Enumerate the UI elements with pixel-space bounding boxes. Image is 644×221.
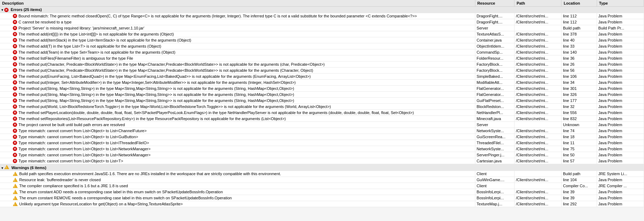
description-text: Type mismatch: cannot convert from List<… [19, 147, 151, 151]
cell-description: ✕C cannot be resolved to a type [0, 19, 475, 25]
table-row[interactable]: ✕The method put(String, Map<String,Strin… [0, 86, 644, 92]
table-row[interactable]: Unlikely argument type ResourceLocation … [0, 201, 644, 207]
cell-description: The enum constant REMOVE needs a corresp… [0, 195, 475, 201]
table-header-row: Description Resource Path Location Type [0, 0, 644, 7]
description-text: The method put(Integer, Set<AttributeMod… [19, 80, 296, 85]
table-row[interactable]: ✕The method put(String, Map<String,Strin… [0, 92, 644, 98]
table-row[interactable]: ✕Type mismatch: cannot convert from List… [0, 146, 644, 152]
table-row[interactable]: The enum constant ADD needs a correspond… [0, 189, 644, 195]
description-text: The method put(String, Map<String,String… [19, 92, 294, 97]
cell-path: /Client/src/net/mi... [514, 19, 561, 25]
group-label-warnings[interactable]: ▾ Warnings (6 items) [0, 164, 644, 171]
error-icon: ✕ [13, 159, 17, 163]
cell-description: ✕Type mismatch: cannot convert from List… [0, 146, 475, 152]
cell-path: /Client/src/net/mi... [514, 86, 561, 92]
table-row[interactable]: ✕The method put(String, Map<String,Strin… [0, 98, 644, 104]
table-row[interactable]: ✕The method put(Character, Predicate<Blo… [0, 61, 644, 68]
error-icon: ✕ [13, 38, 17, 42]
cell-path: /Client/src/net/mi... [514, 195, 561, 201]
table-row[interactable]: The enum constant REMOVE needs a corresp… [0, 195, 644, 201]
table-row[interactable]: ✕Type mismatch: cannot convert from List… [0, 140, 644, 146]
cell-description: ✕The method put(EnumFacing, List<BakedQu… [0, 74, 475, 80]
group-row-errors[interactable]: ▾✕ Errors (25 items) [0, 7, 644, 13]
table-row[interactable]: ✕The method add(T) in the type List<T> i… [0, 43, 644, 49]
table-row[interactable]: ✕The project cannot be built until build… [0, 122, 644, 128]
error-icon: ✕ [13, 14, 17, 18]
cell-location: line 50 [561, 152, 597, 158]
cell-location: line 39 [561, 195, 597, 201]
cell-description: ✕The method put(String, Map<String,Strin… [0, 86, 475, 92]
table-body: ▾✕ Errors (25 items)✕Bound mismatch: The… [0, 7, 644, 207]
description-text: The method setRepositories(List<Resource… [19, 117, 286, 121]
cell-description: Build path specifies execution environme… [0, 171, 475, 177]
description-text: The compiler compliance specified is 1.6… [19, 184, 128, 188]
table-row[interactable]: ✕Type mismatch: cannot convert from List… [0, 134, 644, 140]
cell-resource: FlatGenerator... [475, 86, 514, 92]
table-row[interactable]: ✕The method add(int[]{}) in the type Lis… [0, 31, 644, 37]
description-text: The method put(World, List<BlockRedstone… [19, 104, 331, 109]
col-header-location[interactable]: Location [561, 0, 597, 7]
cell-path [514, 183, 561, 189]
cell-location: line 11 [561, 140, 597, 146]
cell-type: JRE Compiler ... [597, 183, 644, 189]
cell-description: ✕The method put(String, Map<String,Strin… [0, 98, 475, 104]
table-row[interactable]: ✕Type mismatch: cannot convert from List… [0, 128, 644, 134]
cell-location: line 74 [561, 128, 597, 134]
col-header-type[interactable]: Type [597, 0, 644, 7]
table-row[interactable]: ✕Project 'Server' is missing required li… [0, 25, 644, 31]
cell-type: Java Problem [597, 146, 644, 152]
cell-type: Java Problem [597, 19, 644, 25]
error-icon: ✕ [13, 62, 17, 66]
cell-description: ✕The method setPlayerLocation(double, do… [0, 110, 475, 116]
warning-group-icon [4, 165, 9, 169]
table-row[interactable]: ✕The method put(EnumFacing, List<BakedQu… [0, 74, 644, 80]
col-header-resource[interactable]: Resource [475, 0, 514, 7]
cell-path: /Client/src/net/mi... [514, 80, 561, 86]
cell-path: /Client/src/net/mi... [514, 110, 561, 116]
group-row-warnings[interactable]: ▾ Warnings (6 items) [0, 164, 644, 171]
col-header-description[interactable]: Description [0, 0, 475, 7]
table-row[interactable]: ✕The method setPlayerLocation(double, do… [0, 110, 644, 116]
cell-description: ✕The method put(Integer, Set<AttributeMo… [0, 80, 475, 86]
cell-description: ✕The method setRepositories(List<Resourc… [0, 116, 475, 122]
cell-location: line 177 [561, 98, 597, 104]
cell-path: /Client/src/net/mi... [514, 134, 561, 140]
group-label-errors[interactable]: ▾✕ Errors (25 items) [0, 7, 644, 13]
cell-type: Java Problem [597, 110, 644, 116]
cell-location: Build path [561, 25, 597, 31]
table-row[interactable]: ✕The method listFiles(FilenameFilter) is… [0, 55, 644, 61]
cell-resource: FactoryBlock... [475, 61, 514, 68]
warning-icon [13, 184, 18, 188]
cell-description: ✕The method add(T) in the type List<T> i… [0, 43, 475, 49]
cell-type: Java Problem [597, 98, 644, 104]
cell-type: Java Problem [597, 189, 644, 195]
description-text: Type mismatch: cannot convert from List<… [19, 159, 123, 163]
table-row[interactable]: Resource leak: 'bufferedreader' is never… [0, 177, 644, 183]
table-row[interactable]: ✕Type mismatch: cannot convert from List… [0, 152, 644, 158]
cell-location: line 112 [561, 13, 597, 19]
table-row[interactable]: ✕Type mismatch: cannot convert from List… [0, 158, 644, 164]
description-text: The method add(T) in the type List<T> is… [19, 44, 161, 48]
table-row[interactable]: The compiler compliance specified is 1.6… [0, 183, 644, 189]
group-toggle-warnings[interactable]: ▾ [1, 166, 3, 170]
description-text: Type mismatch: cannot convert from List<… [19, 141, 149, 145]
cell-path: /Client/src/net/mi... [514, 61, 561, 68]
group-toggle-errors[interactable]: ▾ [1, 8, 3, 12]
description-text: C cannot be resolved to a type [19, 20, 72, 24]
table-row[interactable]: ✕The method put(World, List<BlockRedston… [0, 104, 644, 110]
table-row[interactable]: ✕C cannot be resolved to a typeDragonFig… [0, 19, 644, 25]
cell-location: line 556 [561, 110, 597, 116]
table-row[interactable]: Build path specifies execution environme… [0, 171, 644, 177]
table-row[interactable]: ✕The method add(Team) in the type Set<Te… [0, 49, 644, 55]
cell-resource: GuiFlatPreset... [475, 98, 514, 104]
table-row[interactable]: ✕The method put(Integer, Set<AttributeMo… [0, 80, 644, 86]
error-icon: ✕ [13, 44, 17, 48]
cell-type: Java Problem [597, 122, 644, 128]
table-row[interactable]: ✕The method setRepositories(List<Resourc… [0, 116, 644, 122]
table-row[interactable]: ✕Bound mismatch: The generic method clos… [0, 13, 644, 19]
cell-path: /Client/src/net/mi... [514, 74, 561, 80]
table-row[interactable]: ✕The method add(ItemStack) in the type L… [0, 37, 644, 43]
table-row[interactable]: ✕The method put(Character, Predicate<Blo… [0, 68, 644, 74]
col-header-path[interactable]: Path [514, 0, 561, 7]
cell-location: line 832 [561, 116, 597, 122]
